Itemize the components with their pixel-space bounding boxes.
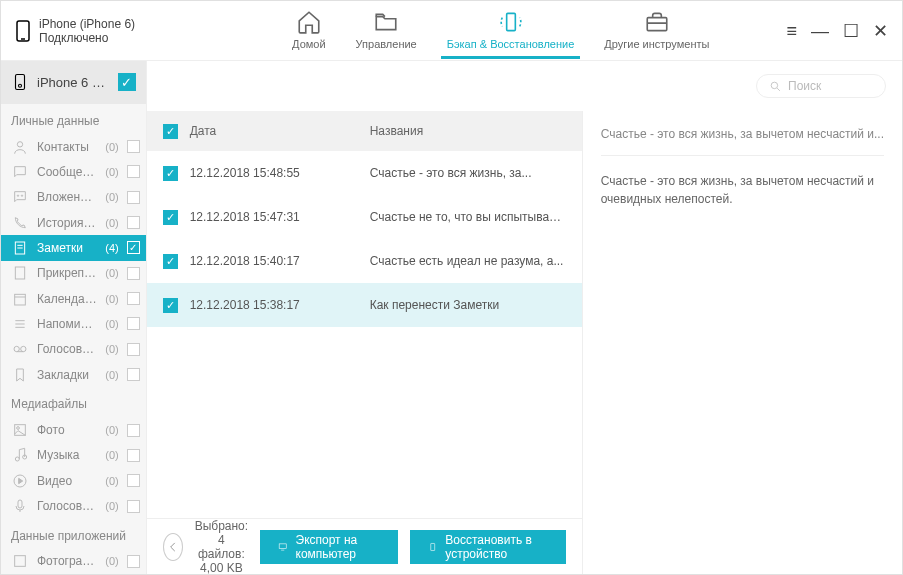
sidebar-item-reminders[interactable]: Напоминания(0) <box>1 311 146 336</box>
maximize-button[interactable]: ☐ <box>843 22 859 40</box>
svg-point-19 <box>21 347 26 352</box>
svg-rect-13 <box>15 294 26 305</box>
sidebar-device-selector[interactable]: iPhone 6 Plus ( iPhone... ✓ <box>1 61 146 104</box>
phone-call-icon <box>11 215 29 231</box>
device-checkbox[interactable]: ✓ <box>118 73 136 91</box>
phone-icon <box>15 19 31 43</box>
checkbox[interactable] <box>127 191 140 204</box>
bookmark-icon <box>11 367 29 383</box>
checkbox[interactable] <box>127 368 140 381</box>
search-input[interactable]: Поиск <box>756 74 886 98</box>
sidebar-item-app-photos[interactable]: Фотографии прилож...(0) <box>1 549 146 574</box>
tab-manage[interactable]: Управление <box>350 3 423 59</box>
music-icon <box>11 447 29 463</box>
header-date[interactable]: Дата <box>190 124 370 138</box>
svg-line-29 <box>777 88 780 91</box>
sidebar-item-sms-attachments[interactable]: Вложения SMS(0) <box>1 185 146 210</box>
tab-tools-label: Другие инструменты <box>604 38 709 50</box>
minimize-button[interactable]: — <box>811 22 829 40</box>
menu-icon[interactable]: ≡ <box>786 22 797 40</box>
chat-icon <box>11 164 29 180</box>
sidebar-item-messages[interactable]: Сообщение(0) <box>1 159 146 184</box>
sidebar-item-contacts[interactable]: Контакты(0) <box>1 134 146 159</box>
sidebar-item-voice-memos[interactable]: Голосовые заметки(0) <box>1 493 146 518</box>
section-media: Медиафайлы <box>1 387 146 417</box>
tab-home[interactable]: Домой <box>286 3 332 59</box>
svg-point-18 <box>14 347 19 352</box>
attachment-icon <box>11 189 29 205</box>
list-row[interactable]: ✓12.12.2018 15:38:17Как перенести Заметк… <box>147 283 582 327</box>
svg-rect-30 <box>279 543 286 548</box>
phone-lock-icon <box>11 73 29 91</box>
tab-backup[interactable]: Бэкап & Восстановление <box>441 3 581 59</box>
checkbox[interactable] <box>127 216 140 229</box>
device-status: Подключено <box>39 31 135 45</box>
note-icon <box>11 240 29 256</box>
list-row[interactable]: ✓12.12.2018 15:40:17Счастье есть идеал н… <box>147 239 582 283</box>
restore-button[interactable]: Восстановить в устройство <box>410 530 566 564</box>
paperclip-icon <box>11 265 29 281</box>
search-placeholder: Поиск <box>788 79 821 93</box>
checkbox[interactable] <box>127 424 140 437</box>
sidebar-device-label: iPhone 6 Plus ( iPhone... <box>37 75 110 90</box>
checkbox[interactable] <box>127 317 140 330</box>
tab-tools[interactable]: Другие инструменты <box>598 3 715 59</box>
svg-point-7 <box>17 195 18 196</box>
checkbox[interactable] <box>127 343 140 356</box>
checkbox[interactable] <box>127 449 140 462</box>
preview-panel: Счастье - это вся жизнь, за вычетом несч… <box>582 111 902 574</box>
select-all-checkbox[interactable]: ✓ <box>163 124 178 139</box>
sidebar-item-notes[interactable]: Заметки(4) <box>1 235 146 260</box>
contact-icon <box>11 139 29 155</box>
checkbox[interactable] <box>127 241 140 254</box>
sidebar-item-photos[interactable]: Фото(0) <box>1 417 146 442</box>
refresh-phone-icon <box>498 9 524 35</box>
section-personal: Личные данные <box>1 104 146 134</box>
device-name: iPhone (iPhone 6) <box>39 17 135 31</box>
row-checkbox[interactable]: ✓ <box>163 254 178 269</box>
back-button[interactable] <box>163 533 183 561</box>
tab-home-label: Домой <box>292 38 326 50</box>
sidebar-item-voicemail[interactable]: Голосовая почта(0) <box>1 337 146 362</box>
row-checkbox[interactable]: ✓ <box>163 298 178 313</box>
svg-rect-27 <box>15 556 26 567</box>
checkbox[interactable] <box>127 140 140 153</box>
home-icon <box>296 9 322 35</box>
svg-rect-26 <box>18 500 22 508</box>
sidebar: iPhone 6 Plus ( iPhone... ✓ Личные данны… <box>1 61 147 574</box>
monitor-icon <box>278 540 287 554</box>
sidebar-item-attachments[interactable]: Прикрепленные фай...(0) <box>1 261 146 286</box>
list-row[interactable]: ✓12.12.2018 15:48:55Счастье - это вся жи… <box>147 151 582 195</box>
row-checkbox[interactable]: ✓ <box>163 210 178 225</box>
tab-manage-label: Управление <box>356 38 417 50</box>
header-title[interactable]: Названия <box>370 124 566 138</box>
svg-rect-2 <box>506 13 515 30</box>
video-icon <box>11 473 29 489</box>
preview-title: Счастье - это вся жизнь, за вычетом несч… <box>601 127 884 156</box>
list-icon <box>11 316 29 332</box>
device-restore-icon <box>428 540 437 554</box>
close-button[interactable]: ✕ <box>873 22 888 40</box>
photo-icon <box>11 422 29 438</box>
checkbox[interactable] <box>127 555 140 568</box>
list-row[interactable]: ✓12.12.2018 15:47:31Счастье не то, что в… <box>147 195 582 239</box>
checkbox[interactable] <box>127 292 140 305</box>
export-button[interactable]: Экспорт на компьютер <box>260 530 398 564</box>
checkbox[interactable] <box>127 474 140 487</box>
chevron-left-icon <box>166 540 180 554</box>
checkbox[interactable] <box>127 267 140 280</box>
row-checkbox[interactable]: ✓ <box>163 166 178 181</box>
svg-point-28 <box>771 82 778 89</box>
voicemail-icon <box>11 341 29 357</box>
sidebar-item-call-history[interactable]: История звонков(0) <box>1 210 146 235</box>
sidebar-item-calendar[interactable]: Календари(0) <box>1 286 146 311</box>
calendar-icon <box>11 291 29 307</box>
checkbox[interactable] <box>127 165 140 178</box>
sidebar-item-music[interactable]: Музыка(0) <box>1 443 146 468</box>
checkbox[interactable] <box>127 500 140 513</box>
sidebar-item-bookmarks[interactable]: Закладки(0) <box>1 362 146 387</box>
svg-point-23 <box>15 457 19 461</box>
sidebar-item-video[interactable]: Видео(0) <box>1 468 146 493</box>
svg-point-6 <box>17 141 22 146</box>
app-photo-icon <box>11 553 29 569</box>
